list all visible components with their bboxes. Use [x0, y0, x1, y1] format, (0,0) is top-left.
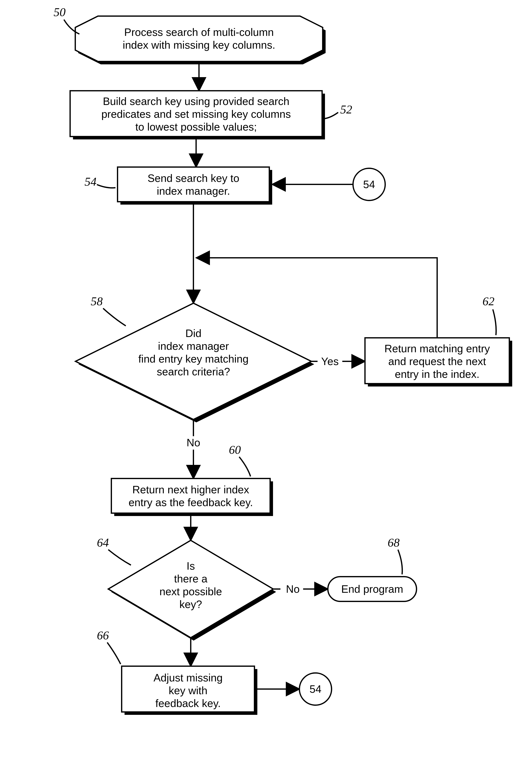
node-62-return-match: Return matching entry and request the ne…	[365, 338, 512, 387]
node-68-line1: End program	[341, 583, 403, 595]
node-58-line4: search criteria?	[157, 366, 230, 378]
connector-54-top-label: 54	[363, 178, 375, 190]
connector-54-bottom-label: 54	[310, 683, 322, 695]
node-50-line2: index with missing key columns.	[123, 39, 275, 51]
edge-58-yes-label: Yes	[321, 356, 339, 367]
ref-52: 52	[340, 103, 352, 116]
ref-50: 50	[54, 5, 66, 19]
node-64-line1: Is	[187, 560, 195, 572]
node-64-decision-nextkey: Is there a next possible key?	[108, 540, 276, 641]
node-64-line3: next possible	[159, 586, 222, 597]
ref-62: 62	[482, 295, 495, 308]
node-58-line2: index manager	[158, 340, 229, 352]
edge-58-no-label: No	[187, 437, 200, 449]
node-60-line1: Return next higher index	[132, 484, 249, 496]
node-54-line1: Send search key to	[148, 172, 239, 184]
ref-58: 58	[91, 295, 103, 308]
node-52-build-key: Build search key using provided search p…	[70, 91, 325, 139]
node-58-decision-match: Did index manager find entry key matchin…	[75, 303, 314, 422]
ref-60: 60	[229, 443, 241, 456]
node-66-line2: key with	[169, 685, 207, 696]
node-58-line3: find entry key matching	[138, 353, 249, 365]
node-52-line3: to lowest possible values;	[135, 121, 257, 133]
node-54-send-key: Send search key to index manager.	[117, 167, 272, 205]
ref-54: 54	[85, 175, 97, 188]
node-68-end: End program	[328, 577, 417, 601]
node-62-line2: and request the next	[388, 356, 486, 367]
node-50-line1: Process search of multi-column	[124, 26, 274, 38]
node-60-line2: entry as the feedback key.	[128, 497, 253, 508]
node-62-line3: entry in the index.	[395, 368, 479, 380]
node-58-line1: Did	[185, 327, 201, 339]
node-60-feedback-key: Return next higher index entry as the fe…	[111, 479, 273, 516]
flowchart-canvas: Process search of multi-column index wit…	[0, 0, 532, 760]
node-66-line1: Adjust missing	[154, 672, 222, 684]
node-66-line3: feedback key.	[155, 697, 221, 709]
node-64-line2: there a	[174, 573, 207, 585]
ref-64: 64	[97, 536, 109, 549]
connector-54-top: 54	[353, 168, 385, 201]
edge-64-no-label: No	[286, 583, 300, 595]
ref-68: 68	[388, 536, 400, 549]
node-52-line1: Build search key using provided search	[103, 95, 289, 107]
ref-66: 66	[97, 629, 109, 642]
node-66-adjust-key: Adjust missing key with feedback key.	[122, 666, 257, 715]
node-62-line1: Return matching entry	[384, 343, 490, 355]
node-52-line2: predicates and set missing key columns	[101, 108, 291, 120]
node-64-line4: key?	[179, 598, 202, 610]
node-54-line2: index manager.	[157, 185, 230, 197]
node-50-start: Process search of multi-column index wit…	[75, 16, 326, 64]
connector-54-bottom: 54	[299, 673, 332, 705]
